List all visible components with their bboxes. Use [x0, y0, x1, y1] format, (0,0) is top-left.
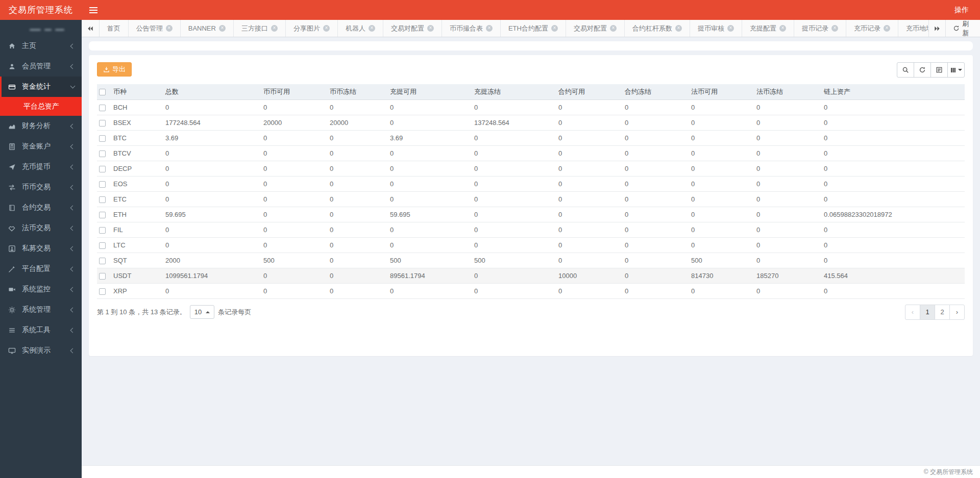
cell-充提冻结: 0 [472, 99, 556, 115]
tab-合约杠杆系数[interactable]: 合约杠杆系数× [625, 20, 690, 37]
sidebar-item-实例演示[interactable]: 实例演示 [0, 340, 82, 361]
table-refresh-button[interactable] [914, 62, 931, 78]
tab-close-icon[interactable]: × [727, 25, 734, 32]
row-checkbox[interactable] [99, 288, 106, 295]
sidebar-item-财务分析[interactable]: 财务分析 [0, 116, 82, 136]
tab-BANNER[interactable]: BANNER× [181, 20, 234, 37]
tabs-scroll-left-icon[interactable] [82, 20, 100, 37]
row-checkbox[interactable] [99, 120, 106, 127]
cell-币币可用: 0 [261, 145, 328, 161]
prev-page-button[interactable]: ‹ [905, 305, 920, 320]
tab-close-icon[interactable]: × [271, 25, 278, 32]
sidebar-item-充币提币[interactable]: 充币提币 [0, 157, 82, 177]
sidebar-item-资金账户[interactable]: 资金账户 [0, 136, 82, 157]
chevron-left-icon [70, 64, 76, 69]
next-page-button[interactable]: › [949, 305, 965, 320]
table-search-button[interactable] [897, 62, 914, 78]
tab-close-icon[interactable]: × [884, 25, 890, 32]
tab-交易对配置[interactable]: 交易对配置× [566, 20, 625, 37]
tab-公告管理[interactable]: 公告管理× [129, 20, 181, 37]
sidebar-item-系统管理[interactable]: 系统管理 [0, 299, 82, 320]
tab-分享图片[interactable]: 分享图片× [286, 20, 338, 37]
tab-机器人[interactable]: 机器人× [338, 20, 383, 37]
row-checkbox[interactable] [99, 181, 106, 188]
tab-close-icon[interactable]: × [610, 25, 617, 32]
row-checkbox[interactable] [99, 196, 106, 203]
sidebar-item-资金统计[interactable]: 资金统计 [0, 77, 82, 97]
sidebar-item-系统监控[interactable]: 系统监控 [0, 279, 82, 299]
row-checkbox[interactable] [99, 258, 106, 264]
cell-链上资产: 0 [822, 161, 965, 176]
tab-充币记录[interactable]: 充币记录× [846, 20, 898, 37]
cell-法币可用: 0 [689, 237, 754, 253]
cell-充提可用: 0 [388, 99, 472, 115]
tab-充提配置[interactable]: 充提配置× [742, 20, 794, 37]
sidebar-item-币币交易[interactable]: 币币交易 [0, 177, 82, 197]
tab-close-icon[interactable]: × [219, 25, 226, 32]
select-all-checkbox[interactable] [99, 89, 106, 95]
page-size-select[interactable]: 10 [190, 305, 214, 319]
cell-合约可用: 0 [556, 130, 623, 145]
row-checkbox[interactable] [99, 227, 106, 234]
table-row-BTC: BTC3.69003.69000000 [97, 130, 965, 145]
page-buttons: ‹12› [905, 305, 965, 320]
cell-合约可用: 0 [556, 222, 623, 237]
row-checkbox[interactable] [99, 135, 106, 142]
tab-close-icon[interactable]: × [779, 25, 786, 32]
tab-close-icon[interactable]: × [831, 25, 838, 32]
row-checkbox[interactable] [99, 166, 106, 172]
toggle-detail-view-button[interactable] [930, 62, 948, 78]
sidebar-item-平台配置[interactable]: 平台配置 [0, 259, 82, 279]
sidebar-item-label: 系统工具 [22, 325, 51, 335]
tab-首页[interactable]: 首页 [100, 20, 129, 37]
tab-币币撮合表[interactable]: 币币撮合表× [442, 20, 501, 37]
chevron-left-icon [70, 164, 76, 169]
tab-提币审核[interactable]: 提币审核× [690, 20, 742, 37]
action-dropdown[interactable]: 操作 [943, 0, 980, 20]
tab-close-icon[interactable]: × [369, 25, 375, 32]
row-checkbox[interactable] [99, 105, 106, 111]
sidebar-item-合约交易[interactable]: 合约交易 [0, 197, 82, 218]
sidebar-item-系统工具[interactable]: 系统工具 [0, 320, 82, 340]
sidebar-item-法币交易[interactable]: 法币交易 [0, 218, 82, 238]
export-button[interactable]: 导出 [97, 62, 132, 77]
sidebar-item-主页[interactable]: 主页 [0, 36, 82, 56]
tab-label: 合约杠杆系数 [632, 24, 672, 33]
column-header-充提可用: 充提可用 [388, 84, 472, 99]
page-button-2[interactable]: 2 [935, 305, 950, 320]
tab-交易对配置[interactable]: 交易对配置× [383, 20, 442, 37]
cell-充提冻结: 0 [472, 191, 556, 207]
row-checkbox[interactable] [99, 242, 106, 249]
sidebar-item-私募交易[interactable]: 私募交易 [0, 238, 82, 259]
page-button-1[interactable]: 1 [920, 305, 935, 320]
tab-close-icon[interactable]: × [323, 25, 330, 32]
cell-充提可用: 0 [388, 161, 472, 176]
sidebar-item-会员管理[interactable]: 会员管理 [0, 56, 82, 77]
tab-close-icon[interactable]: × [486, 25, 493, 32]
cell-合约冻结: 0 [623, 207, 689, 222]
row-checkbox[interactable] [99, 150, 106, 157]
tab-三方接口[interactable]: 三方接口× [234, 20, 286, 37]
chevron-left-icon [70, 307, 76, 312]
tab-close-icon[interactable]: × [427, 25, 434, 32]
tab-close-icon[interactable]: × [166, 25, 173, 32]
tabs-scroll-right-icon[interactable] [928, 20, 946, 37]
sidebar-menu: 主页会员管理资金统计平台总资产财务分析资金账户充币提币币币交易合约交易法币交易私… [0, 36, 82, 361]
tab-充币地址[interactable]: 充币地址× [898, 20, 928, 37]
tab-close-icon[interactable]: × [675, 25, 682, 32]
cell-币币可用: 20000 [261, 115, 328, 130]
row-checkbox[interactable] [99, 273, 106, 280]
tab-ETH合约配置[interactable]: ETH合约配置× [501, 20, 566, 37]
cell-币币冻结: 0 [328, 268, 388, 283]
coin-name: BTC [111, 130, 163, 145]
tab-close-icon[interactable]: × [551, 25, 558, 32]
sidebar-subitem-平台总资产[interactable]: 平台总资产 [0, 97, 82, 116]
cell-合约冻结: 0 [623, 237, 689, 253]
cell-法币冻结: 0 [754, 115, 822, 130]
cell-总数: 3.69 [163, 130, 261, 145]
columns-dropdown-button[interactable] [947, 62, 965, 78]
refresh-tab-button[interactable]: 刷新 [945, 20, 980, 37]
tab-提币记录[interactable]: 提币记录× [794, 20, 846, 37]
row-checkbox[interactable] [99, 212, 106, 218]
sidebar-toggle-icon[interactable] [89, 0, 107, 20]
